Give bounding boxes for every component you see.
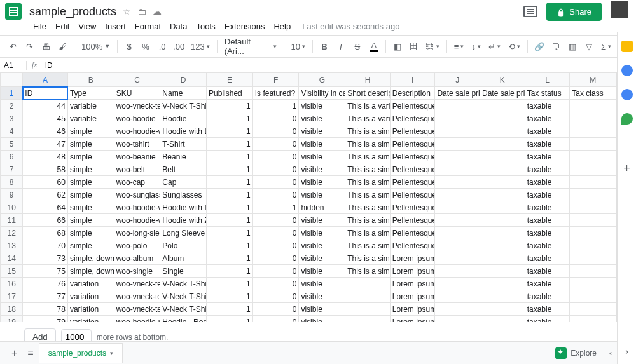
cell[interactable]: Pellentesque habitant morbi tristique se… [390, 189, 435, 201]
borders-button[interactable]: 田 [406, 39, 422, 54]
column-header[interactable]: H [345, 73, 391, 87]
cell[interactable] [480, 138, 525, 151]
cell[interactable] [345, 278, 391, 290]
redo-button[interactable]: ↷ [22, 39, 37, 54]
vertical-align-dropdown[interactable]: ↕▾ [468, 42, 484, 51]
cell[interactable]: woo-hoodie-with [114, 201, 160, 214]
cell[interactable]: taxable [525, 239, 570, 252]
row-header[interactable]: 11 [1, 214, 23, 227]
cell[interactable]: 66 [23, 214, 68, 227]
row-header[interactable]: 4 [1, 125, 23, 138]
cell[interactable]: 78 [23, 303, 68, 316]
cell[interactable]: taxable [525, 151, 570, 163]
cell[interactable]: Lorem ipsum dolor sit amet, consectetur … [390, 290, 435, 303]
cell[interactable]: 0 [252, 290, 299, 303]
cell[interactable]: taxable [525, 278, 570, 290]
cell[interactable] [435, 176, 480, 189]
insert-link-button[interactable]: 🔗 [532, 39, 547, 54]
column-header[interactable]: I [390, 73, 435, 87]
column-header[interactable]: L [525, 73, 570, 87]
font-size-dropdown[interactable]: 10 ▾ [287, 42, 308, 51]
cell[interactable]: Date sale price starts [435, 87, 480, 100]
cell[interactable]: This is a variable [345, 112, 391, 125]
spreadsheet-grid[interactable]: ABCDEFGHIJKLM1IDTypeSKUNamePublishedIs f… [0, 72, 617, 340]
cell[interactable] [480, 176, 525, 189]
cell[interactable]: 0 [252, 163, 299, 176]
cell[interactable]: variable [67, 112, 114, 125]
cell[interactable]: woo-hoodie-with [114, 125, 160, 138]
cell[interactable]: 1 [207, 290, 253, 303]
cell[interactable] [570, 252, 616, 265]
cell[interactable] [570, 189, 616, 201]
cell[interactable]: 1 [207, 125, 253, 138]
menu-data[interactable]: Data [166, 20, 191, 32]
cell[interactable]: woo-single [114, 265, 160, 278]
cell[interactable]: taxable [525, 227, 570, 239]
cell[interactable]: variation [67, 278, 114, 290]
cell[interactable]: Sunglasses [160, 189, 207, 201]
share-button[interactable]: Share [546, 3, 602, 21]
cell[interactable]: This is a simple [345, 227, 391, 239]
cell[interactable] [435, 138, 480, 151]
cell[interactable]: simple [67, 151, 114, 163]
keep-icon[interactable] [621, 41, 633, 52]
cell[interactable]: 1 [207, 201, 253, 214]
cell[interactable]: This is a simple [345, 239, 391, 252]
cell[interactable]: taxable [525, 100, 570, 112]
cell[interactable]: variation [67, 303, 114, 316]
cell[interactable]: Lorem ipsum dolor sit amet, consectetur … [390, 252, 435, 265]
text-wrap-dropdown[interactable]: ↵▾ [485, 42, 504, 51]
cell[interactable]: Short description [345, 87, 391, 100]
row-header[interactable]: 16 [1, 278, 23, 290]
cell[interactable]: simple, downloadable [67, 265, 114, 278]
cell[interactable]: This is a simple [345, 214, 391, 227]
cell[interactable] [570, 278, 616, 290]
cell[interactable]: visible [299, 278, 345, 290]
cell[interactable]: This is a simple [345, 189, 391, 201]
cell[interactable]: simple [67, 176, 114, 189]
cell[interactable] [435, 239, 480, 252]
star-icon[interactable]: ☆ [123, 6, 131, 17]
text-rotation-dropdown[interactable]: ⟲▾ [505, 42, 523, 51]
cell[interactable]: visible [299, 100, 345, 112]
cell[interactable] [480, 151, 525, 163]
cell[interactable] [435, 163, 480, 176]
cell[interactable] [570, 290, 616, 303]
formula-input[interactable] [43, 61, 636, 70]
cell[interactable] [570, 227, 616, 239]
cell[interactable]: V-Neck T-Shirt - [160, 290, 207, 303]
cell[interactable]: Visibility in catalog [299, 87, 345, 100]
cell[interactable]: Type [67, 87, 114, 100]
cell[interactable] [570, 214, 616, 227]
cell[interactable]: Is featured? [252, 87, 299, 100]
cell[interactable]: 0 [252, 265, 299, 278]
cell[interactable] [480, 265, 525, 278]
cell[interactable] [480, 163, 525, 176]
cell[interactable] [435, 201, 480, 214]
cell[interactable] [570, 151, 616, 163]
cell[interactable]: 0 [252, 303, 299, 316]
cell[interactable]: Published [207, 87, 253, 100]
cell[interactable]: T-Shirt [160, 138, 207, 151]
cell[interactable] [570, 125, 616, 138]
cloud-icon[interactable]: ☁ [153, 6, 162, 17]
cell[interactable]: taxable [525, 290, 570, 303]
cell[interactable]: simple [67, 214, 114, 227]
menu-view[interactable]: View [74, 20, 100, 32]
strikethrough-button[interactable]: S [350, 39, 365, 54]
merge-cells-dropdown[interactable]: ⿻▾ [423, 42, 443, 51]
cell[interactable]: simple [67, 125, 114, 138]
last-edit-text[interactable]: Last edit was seconds ago [302, 22, 399, 31]
cell[interactable] [480, 227, 525, 239]
cell[interactable]: taxable [525, 112, 570, 125]
cell[interactable] [480, 290, 525, 303]
cell[interactable]: Pellentesque habitant morbi tristique se… [390, 239, 435, 252]
cell[interactable]: Pellentesque habitant morbi tristique se… [390, 163, 435, 176]
cell[interactable]: 1 [252, 201, 299, 214]
cell[interactable] [345, 303, 391, 316]
row-header[interactable]: 5 [1, 138, 23, 151]
cell[interactable]: visible [299, 227, 345, 239]
cell[interactable] [570, 138, 616, 151]
column-header[interactable]: A [23, 73, 68, 87]
cell[interactable]: simple [67, 239, 114, 252]
